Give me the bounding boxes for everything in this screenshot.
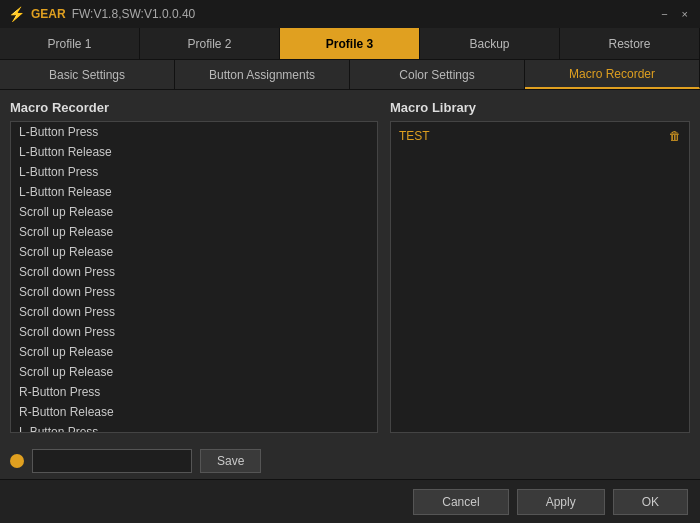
titlebar-version: FW:V1.8,SW:V1.0.0.40 <box>72 7 196 21</box>
macro-recorder-panel: Macro Recorder L-Button PressL-Button Re… <box>10 100 378 433</box>
macro-list-item[interactable]: Scroll down Press <box>11 262 377 282</box>
save-button[interactable]: Save <box>200 449 261 473</box>
macro-list-item[interactable]: Scroll down Press <box>11 302 377 322</box>
macro-list-item[interactable]: Scroll up Release <box>11 222 377 242</box>
macro-list-item[interactable]: Scroll up Release <box>11 202 377 222</box>
ok-button[interactable]: OK <box>613 489 688 515</box>
bottom-bar: Cancel Apply OK <box>0 479 700 523</box>
profile-tab-2[interactable]: Profile 2 <box>140 28 280 59</box>
macro-list[interactable]: L-Button PressL-Button ReleaseL-Button P… <box>10 121 378 433</box>
macro-recorder-title: Macro Recorder <box>10 100 378 115</box>
library-list: TEST 🗑 <box>390 121 690 433</box>
titlebar-left: ⚡ GEAR FW:V1.8,SW:V1.0.0.40 <box>8 6 195 22</box>
macro-library-title: Macro Library <box>390 100 690 115</box>
minimize-button[interactable]: − <box>657 8 671 20</box>
record-indicator <box>10 454 24 468</box>
content-area: Macro Recorder L-Button PressL-Button Re… <box>0 90 700 443</box>
titlebar-logo: ⚡ <box>8 6 25 22</box>
profile-tab-3[interactable]: Profile 3 <box>280 28 420 59</box>
profile-tab-1[interactable]: Profile 1 <box>0 28 140 59</box>
macro-list-item[interactable]: R-Button Release <box>11 402 377 422</box>
macro-list-item[interactable]: L-Button Release <box>11 142 377 162</box>
sub-tabs: Basic Settings Button Assignments Color … <box>0 60 700 90</box>
tab-color-settings[interactable]: Color Settings <box>350 60 525 89</box>
macro-list-item[interactable]: L-Button Press <box>11 122 377 142</box>
macro-list-item[interactable]: Scroll up Release <box>11 342 377 362</box>
macro-list-item[interactable]: Scroll down Press <box>11 322 377 342</box>
macro-list-item[interactable]: Scroll down Press <box>11 282 377 302</box>
tab-basic-settings[interactable]: Basic Settings <box>0 60 175 89</box>
titlebar: ⚡ GEAR FW:V1.8,SW:V1.0.0.40 − × <box>0 0 700 28</box>
profile-tab-backup[interactable]: Backup <box>420 28 560 59</box>
macro-library-panel: Macro Library TEST 🗑 <box>390 100 690 433</box>
titlebar-controls: − × <box>657 8 692 20</box>
profile-tab-restore[interactable]: Restore <box>560 28 700 59</box>
macro-list-item[interactable]: L-Button Press <box>11 422 377 433</box>
library-item-name: TEST <box>399 129 430 143</box>
library-item[interactable]: TEST 🗑 <box>391 126 689 146</box>
cancel-button[interactable]: Cancel <box>413 489 508 515</box>
apply-button[interactable]: Apply <box>517 489 605 515</box>
macro-list-item[interactable]: Scroll up Release <box>11 362 377 382</box>
profile-tabs: Profile 1 Profile 2 Profile 3 Backup Res… <box>0 28 700 60</box>
titlebar-brand: GEAR <box>31 7 66 21</box>
library-item-delete-icon[interactable]: 🗑 <box>669 129 681 143</box>
macro-list-item[interactable]: L-Button Press <box>11 162 377 182</box>
close-button[interactable]: × <box>678 8 692 20</box>
macro-list-item[interactable]: L-Button Release <box>11 182 377 202</box>
tab-button-assignments[interactable]: Button Assignments <box>175 60 350 89</box>
macro-list-item[interactable]: Scroll up Release <box>11 242 377 262</box>
macro-list-item[interactable]: R-Button Press <box>11 382 377 402</box>
tab-macro-recorder[interactable]: Macro Recorder <box>525 60 700 89</box>
macro-input-row: Save <box>0 443 700 479</box>
macro-name-input[interactable] <box>32 449 192 473</box>
